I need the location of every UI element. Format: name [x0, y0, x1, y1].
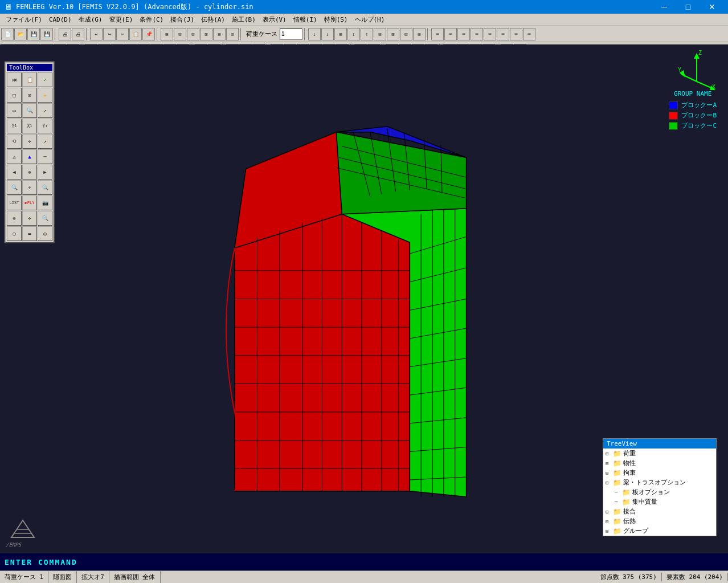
- menu-info[interactable]: 情報(I): [290, 14, 321, 25]
- tool-srch[interactable]: 🔍: [7, 180, 22, 195]
- tool-cross[interactable]: ✛: [22, 134, 37, 149]
- tb-b6[interactable]: ⊡: [226, 28, 239, 40]
- tb-b2[interactable]: ⊡: [174, 28, 186, 40]
- tb-d5[interactable]: ⌨: [484, 28, 496, 40]
- tb-d2[interactable]: ⌨: [444, 28, 457, 40]
- tb-c5[interactable]: ↑: [361, 28, 373, 40]
- tb-d4[interactable]: ⌨: [471, 28, 483, 40]
- tb-d8[interactable]: ⌨: [523, 28, 535, 40]
- tool-cam[interactable]: 📷: [38, 195, 52, 210]
- menu-heat[interactable]: 伝熱(A): [198, 14, 228, 25]
- titlebar-controls: ─ □ ✕: [653, 1, 723, 13]
- maximize-button[interactable]: □: [677, 1, 700, 13]
- tb-redo[interactable]: ↪: [103, 28, 116, 40]
- toolbox: ToolBox ⏮ 📋 ✓ □ ⊡ ★ ▭ 🔍 ↗ Y1 X1 Y↕ ⟲ ✛ ↗…: [5, 62, 55, 243]
- menu-file[interactable]: ファイル(F): [2, 14, 46, 25]
- tb-print2[interactable]: 🖨: [72, 28, 84, 40]
- tree-item-joint[interactable]: ⊞ 📁 接合: [603, 507, 716, 516]
- tree-item-thermal[interactable]: ⊞ 📁 伝熱: [603, 516, 716, 526]
- load-case-input[interactable]: [280, 28, 302, 40]
- tool-plus[interactable]: ⊕: [22, 165, 37, 180]
- menu-cad[interactable]: CAD(D): [46, 15, 75, 25]
- tb-c7[interactable]: ⊠: [387, 28, 399, 40]
- tb-save2[interactable]: 💾: [40, 28, 53, 40]
- menu-view[interactable]: 表示(V): [259, 14, 290, 25]
- tool-y2[interactable]: Y↕: [38, 119, 52, 133]
- tool-circ[interactable]: ⊕: [7, 211, 22, 226]
- close-button[interactable]: ✕: [701, 1, 723, 13]
- tool-rect[interactable]: ▭: [7, 103, 22, 118]
- tool-zoom3[interactable]: 🔍: [38, 211, 52, 226]
- tb-c3[interactable]: ⊞: [334, 28, 347, 40]
- tool-play[interactable]: ▶PLY: [22, 195, 37, 210]
- tool-arrowr[interactable]: ▶: [38, 165, 52, 180]
- tree-item-mass[interactable]: ─ 📁 集中質量: [603, 497, 716, 507]
- tool-list2[interactable]: LIST: [7, 195, 22, 210]
- tool-rect2[interactable]: ▬: [22, 226, 37, 241]
- tb-c6[interactable]: ⊟: [374, 28, 386, 40]
- tree-label-group: グループ: [623, 527, 648, 535]
- tool-zoom[interactable]: 🔍: [22, 103, 37, 118]
- tb-d3[interactable]: ⌨: [457, 28, 470, 40]
- tool-cursor[interactable]: ↗: [38, 103, 52, 118]
- tool-rotate[interactable]: ⟲: [7, 134, 22, 149]
- menu-special[interactable]: 特別(S): [321, 14, 351, 25]
- tb-c9[interactable]: ⊞: [413, 28, 426, 40]
- menu-construction[interactable]: 施工(B): [228, 14, 259, 25]
- tb-paste[interactable]: 📌: [142, 28, 155, 40]
- tool-check[interactable]: ✓: [38, 72, 52, 87]
- tree-item-constraint[interactable]: ⊞ 📁 拘束: [603, 468, 716, 478]
- tool-circle2[interactable]: ◎: [38, 226, 52, 241]
- tree-item-material[interactable]: ⊞ 📁 物性: [603, 458, 716, 468]
- tb-print[interactable]: 🖨: [59, 28, 71, 40]
- tb-copy[interactable]: 📋: [129, 28, 142, 40]
- tree-item-group[interactable]: ⊞ 📁 グループ: [603, 526, 716, 536]
- tool-star[interactable]: ★: [38, 88, 52, 103]
- tool-tri1[interactable]: △: [7, 149, 22, 164]
- tool-arrowl[interactable]: ◀: [7, 165, 22, 180]
- tree-expand-mass: ─: [615, 499, 620, 505]
- menu-generate[interactable]: 生成(G): [75, 14, 106, 25]
- tool-sq1[interactable]: □: [7, 88, 22, 103]
- tb-d1[interactable]: ⌨: [431, 28, 444, 40]
- tb-b1[interactable]: ⊞: [161, 28, 173, 40]
- tool-line[interactable]: ─: [38, 149, 52, 164]
- tb-c2[interactable]: ↓: [321, 28, 334, 40]
- tb-c1[interactable]: ↓: [308, 28, 321, 40]
- tb-b5[interactable]: ⊞: [213, 28, 226, 40]
- menu-condition[interactable]: 条件(C): [136, 14, 167, 25]
- legend-color-b: [669, 112, 678, 120]
- tb-c4[interactable]: ↕: [347, 28, 360, 40]
- tool-prev[interactable]: ⏮: [7, 72, 22, 87]
- tree-expand-group: ⊞: [606, 528, 611, 534]
- tool-zoom2[interactable]: 🔍: [38, 180, 52, 195]
- sep5: [304, 28, 306, 40]
- tb-b3[interactable]: ⊡: [187, 28, 199, 40]
- menu-join[interactable]: 接合(J): [167, 14, 198, 25]
- tool-tri2[interactable]: ▲: [22, 149, 37, 164]
- menu-help[interactable]: ヘルプ(H): [351, 14, 388, 25]
- tree-item-load[interactable]: ⊞ 📁 荷重: [603, 449, 716, 458]
- tool-move[interactable]: ✛: [22, 180, 37, 195]
- tb-new[interactable]: 📄: [1, 28, 14, 40]
- tool-arrow[interactable]: ↗: [38, 134, 52, 149]
- tool-circle[interactable]: ○: [7, 226, 22, 241]
- tool-list[interactable]: 📋: [22, 72, 37, 87]
- tb-open[interactable]: 📂: [14, 28, 27, 40]
- tool-sq2[interactable]: ⊡: [22, 88, 37, 103]
- tb-d7[interactable]: ⌨: [510, 28, 522, 40]
- tool-y1[interactable]: Y1: [7, 119, 22, 133]
- tree-expand-thermal: ⊞: [606, 519, 611, 524]
- tree-item-plate[interactable]: ─ 📁 板オプション: [603, 487, 716, 497]
- tb-cut[interactable]: ✂: [116, 28, 129, 40]
- tree-item-beam[interactable]: ⊞ 📁 梁・トラスオプション: [603, 478, 716, 487]
- menu-change[interactable]: 変更(E): [106, 14, 137, 25]
- tb-b4[interactable]: ⊠: [200, 28, 212, 40]
- tool-cross2[interactable]: ✛: [22, 211, 37, 226]
- tool-x1[interactable]: X1: [22, 119, 37, 133]
- tb-save[interactable]: 💾: [27, 28, 40, 40]
- minimize-button[interactable]: ─: [653, 1, 676, 13]
- tb-d6[interactable]: ⌨: [497, 28, 509, 40]
- tb-undo[interactable]: ↩: [90, 28, 103, 40]
- tb-c8[interactable]: ⊡: [400, 28, 412, 40]
